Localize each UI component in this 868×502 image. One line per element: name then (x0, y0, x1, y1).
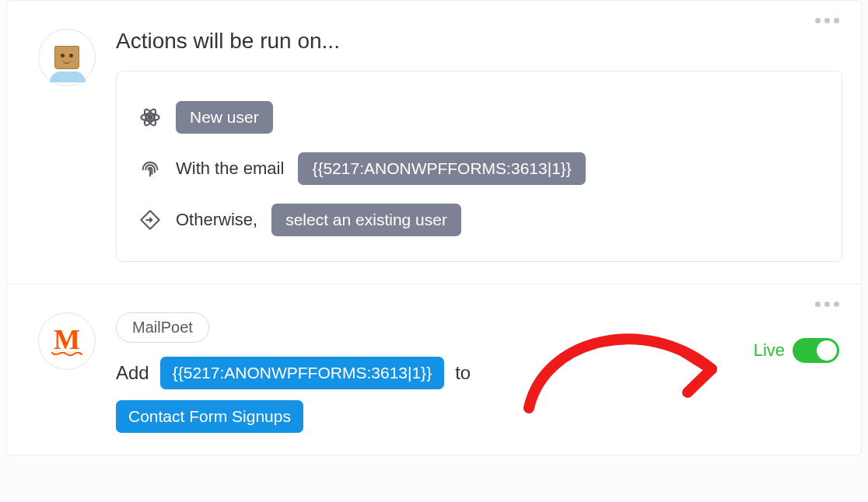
anonymous-user-avatar (38, 29, 96, 86)
atom-icon (138, 106, 162, 129)
add-text: Add (116, 362, 149, 384)
fingerprint-icon (138, 157, 162, 180)
integration-section: M MailPoet Add {{5217:ANONWPFFORMS:3613|… (7, 284, 861, 455)
new-user-chip[interactable]: New user (176, 101, 273, 134)
to-text: to (455, 362, 471, 384)
avatar-column (38, 29, 116, 262)
rule-with-email: With the email {{5217:ANONWPFFORMS:3613|… (138, 152, 820, 185)
with-email-text: With the email (176, 159, 284, 179)
actions-section: Actions will be run on... New user (7, 1, 861, 284)
actions-heading: Actions will be run on... (116, 29, 842, 54)
integration-tag[interactable]: MailPoet (116, 312, 209, 343)
action-sentence-line2: Contact Form Signups (116, 400, 842, 433)
mailpoet-underline-icon (51, 352, 82, 357)
action-sentence: Add {{5217:ANONWPFFORMS:3613|1}} to (116, 357, 842, 389)
email-token-chip[interactable]: {{5217:ANONWPFFORMS:3613|1}} (298, 152, 585, 185)
svg-point-3 (149, 116, 152, 120)
user-token-chip[interactable]: {{5217:ANONWPFFORMS:3613|1}} (160, 357, 444, 389)
actions-content: Actions will be run on... New user (116, 29, 842, 262)
directions-icon (138, 208, 162, 232)
rules-box: New user With the email {{5217:ANONWPFFO… (116, 71, 842, 262)
automation-card: Actions will be run on... New user (6, 0, 862, 455)
integration-content: MailPoet Add {{5217:ANONWPFFORMS:3613|1}… (116, 312, 842, 433)
integration-avatar-column: M (38, 312, 116, 433)
rule-new-user: New user (138, 101, 820, 134)
otherwise-text: Otherwise, (176, 210, 257, 230)
select-existing-user-chip[interactable]: select an existing user (271, 204, 461, 236)
rule-otherwise: Otherwise, select an existing user (138, 204, 820, 236)
mailpoet-avatar: M (38, 312, 96, 370)
integration-more-menu-button[interactable] (815, 302, 839, 307)
mailpoet-letter: M (54, 326, 80, 354)
live-toggle[interactable] (793, 338, 839, 363)
live-label: Live (754, 340, 785, 361)
more-menu-button[interactable] (815, 18, 839, 23)
list-name-chip[interactable]: Contact Form Signups (116, 400, 303, 433)
live-status: Live (754, 338, 839, 363)
